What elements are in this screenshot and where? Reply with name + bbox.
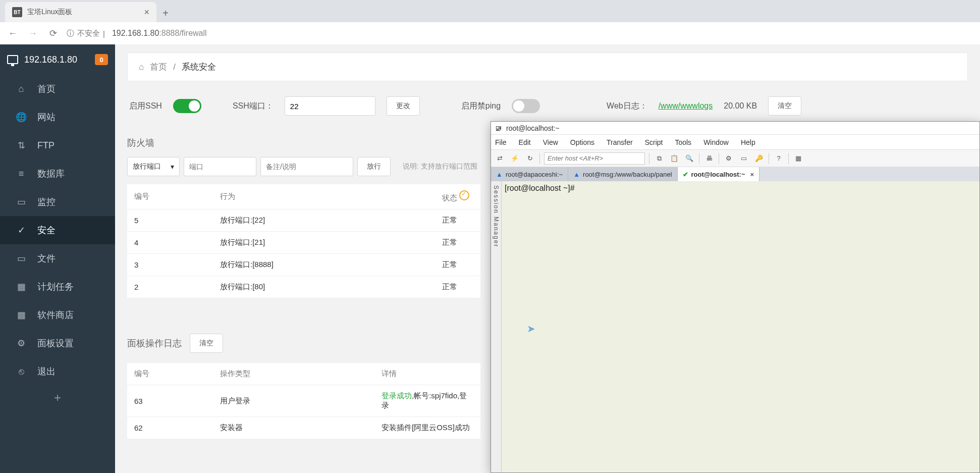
close-icon[interactable]: ×	[750, 171, 754, 178]
shield-icon: ✓	[16, 225, 26, 235]
sidebar-item-files[interactable]: ▭文件	[0, 244, 115, 273]
connect-icon[interactable]: ⇄	[494, 153, 505, 164]
print-icon[interactable]: 🖶	[703, 153, 715, 164]
terminal-toolbar: ⇄ ⚡ ↻ ⧉ 📋 🔍 🖶 ⚙ ▭ 🔑 ? ▦	[491, 150, 979, 167]
help-icon[interactable]: ?	[773, 153, 784, 164]
quick-connect-icon[interactable]: ⚡	[509, 153, 520, 164]
sidebar-item-cron[interactable]: ▦计划任务	[0, 273, 115, 301]
ssh-port-input[interactable]	[285, 96, 375, 116]
terminal-tab[interactable]: ▲root@msg:/www/backup/panel	[568, 167, 677, 181]
col-id: 编号	[127, 184, 213, 209]
address-bar: ← → ⟳ ⓘ 不安全 | 192.168.1.80:8888/firewall	[0, 22, 980, 44]
col-detail: 详情	[374, 363, 480, 385]
breadcrumb: ⌂ 首页 / 系统安全	[127, 52, 968, 81]
terminal-menubar: File Edit View Options Transfer Script T…	[491, 135, 979, 150]
ssh-enable-switch[interactable]	[173, 99, 201, 113]
copy-icon[interactable]: ⧉	[654, 153, 665, 164]
ssh-enable-label: 启用SSH	[129, 101, 162, 112]
menu-transfer[interactable]: Transfer	[607, 138, 633, 146]
table-row: 63用户登录登录成功,帐号:spj7fido,登录	[127, 385, 480, 417]
monitor-icon	[7, 55, 18, 64]
release-button[interactable]: 放行	[357, 157, 391, 176]
chevron-down-icon: ▾	[171, 163, 174, 171]
warning-icon: ▲	[573, 171, 580, 178]
col-id: 编号	[127, 363, 213, 385]
note-input[interactable]	[260, 157, 353, 176]
forward-button[interactable]: →	[26, 27, 39, 40]
sidebar-add-button[interactable]: +	[0, 386, 115, 410]
sidebar-item-monitor[interactable]: ▭监控	[0, 188, 115, 216]
url-display[interactable]: 192.168.1.80:8888/firewall	[112, 29, 207, 38]
sidebar-item-software[interactable]: ▦软件商店	[0, 301, 115, 329]
menu-help[interactable]: Help	[741, 138, 755, 146]
disable-ping-switch[interactable]	[512, 99, 540, 113]
new-tab-button[interactable]: +	[156, 4, 175, 22]
terminal-icon: 🖳	[495, 124, 502, 132]
weblog-path-link[interactable]: /www/wwwlogs	[659, 101, 713, 110]
menu-tools[interactable]: Tools	[675, 138, 691, 146]
sidebar-item-settings[interactable]: ⚙面板设置	[0, 329, 115, 357]
apps-icon: ▦	[16, 310, 26, 320]
find-icon[interactable]: 🔍	[684, 153, 695, 164]
weblog-clear-button[interactable]: 清空	[768, 96, 801, 116]
home-icon: ⌂	[139, 62, 144, 72]
tab-title: 宝塔Linux面板	[27, 8, 72, 17]
breadcrumb-home[interactable]: 首页	[150, 61, 167, 73]
sidebar-item-website[interactable]: 🌐网站	[0, 103, 115, 131]
menu-window[interactable]: Window	[703, 138, 729, 146]
terminal-window[interactable]: 🖳 root@localhost:~ File Edit View Option…	[491, 121, 980, 473]
terminal-titlebar[interactable]: 🖳 root@localhost:~	[491, 122, 979, 135]
table-row: 2放行端口:[80]正常	[127, 276, 480, 298]
browser-tab-bar: BT 宝塔Linux面板 × +	[0, 0, 980, 22]
menu-script[interactable]: Script	[645, 138, 663, 146]
reload-button[interactable]: ⟳	[46, 27, 60, 40]
message-badge[interactable]: 0	[95, 54, 108, 65]
menu-view[interactable]: View	[543, 138, 558, 146]
terminal-output[interactable]: [root@localhost ~]# ➤	[502, 181, 979, 472]
oplog-clear-button[interactable]: 清空	[190, 334, 223, 353]
col-status: 状态	[435, 184, 480, 209]
check-icon: ✔	[683, 171, 688, 178]
paste-icon[interactable]: 📋	[669, 153, 680, 164]
sidebar-item-database[interactable]: ≡数据库	[0, 160, 115, 188]
session-icon[interactable]: ▭	[738, 153, 749, 164]
terminal-tab[interactable]: ▲root@dapaoceshi:~	[491, 167, 568, 181]
options-icon[interactable]: ⚙	[723, 153, 734, 164]
ssh-change-button[interactable]: 更改	[387, 96, 420, 116]
sidebar-item-home[interactable]: ⌂首页	[0, 75, 115, 103]
back-button[interactable]: ←	[6, 27, 19, 40]
col-action: 行为	[213, 184, 435, 209]
menu-options[interactable]: Options	[570, 138, 594, 146]
sidebar-item-logout[interactable]: ⎋退出	[0, 357, 115, 386]
reconnect-icon[interactable]: ↻	[524, 153, 535, 164]
port-input[interactable]	[184, 157, 256, 176]
menu-edit[interactable]: Edit	[519, 138, 531, 146]
disable-ping-label: 启用禁ping	[461, 101, 501, 112]
folder-icon: ▭	[16, 253, 26, 264]
app-icon[interactable]: ▦	[793, 153, 804, 164]
key-icon[interactable]: 🔑	[753, 153, 765, 164]
sidebar-header: 192.168.1.80 0	[0, 44, 115, 75]
ftp-icon: ⇅	[16, 140, 26, 150]
sidebar-item-security[interactable]: ✓安全	[0, 216, 115, 244]
host-input[interactable]	[544, 152, 645, 165]
oplog-title: 面板操作日志	[127, 337, 182, 349]
insecure-indicator[interactable]: ⓘ 不安全 |	[67, 29, 105, 38]
table-row: 3放行端口:[8888]正常	[127, 254, 480, 276]
menu-file[interactable]: File	[495, 138, 507, 146]
warning-icon: ▲	[496, 171, 503, 178]
terminal-title: root@localhost:~	[506, 124, 560, 132]
close-icon[interactable]: ×	[144, 7, 149, 18]
table-row: 4放行端口:[21]正常	[127, 232, 480, 254]
release-type-select[interactable]: 放行端口▾	[127, 157, 180, 176]
info-icon: ⓘ	[67, 29, 74, 38]
weblog-label: Web日志：	[607, 101, 647, 112]
terminal-prompt: [root@localhost ~]#	[505, 184, 575, 192]
terminal-tab-active[interactable]: ✔root@localhost:~×	[678, 167, 760, 181]
sidebar-item-ftp[interactable]: ⇅FTP	[0, 131, 115, 160]
session-manager-handle[interactable]: Session Manager	[491, 181, 502, 472]
logout-icon: ⎋	[16, 366, 26, 377]
browser-tab[interactable]: BT 宝塔Linux面板 ×	[5, 2, 156, 22]
table-row: 5放行端口:[22]正常	[127, 209, 480, 232]
mouse-cursor-icon: ➤	[527, 323, 535, 335]
